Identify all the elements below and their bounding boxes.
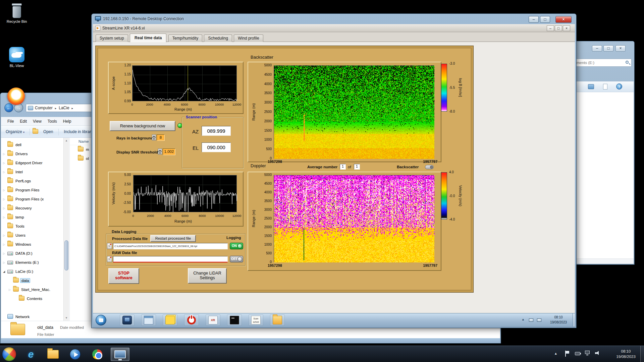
expander-icon[interactable]: ▷ [9,285,13,294]
backscatter-toggle[interactable] [425,165,434,169]
scrollbar-thumb[interactable] [64,240,68,270]
tree-item[interactable]: ▷temp [1,213,63,222]
taskbar-app-explorer[interactable] [44,348,62,361]
expander-icon[interactable]: ▷ [3,159,7,168]
processed-logging-toggle[interactable]: ON [230,243,243,249]
open-button[interactable]: Open [41,129,56,134]
expander-icon[interactable]: ◢ [3,267,7,276]
renew-background-button[interactable]: Renew background now [110,121,175,131]
tree-scrollbar[interactable]: ▲ ▼ [63,138,69,321]
tree-item[interactable]: Network [1,312,63,321]
snr-value-field[interactable]: 1.002 [163,148,175,155]
change-view-button[interactable] [588,84,594,89]
remote-taskbar-icon-sticky-notes[interactable] [163,314,177,326]
taskbar-app-internet-explorer[interactable]: e [21,348,40,361]
menu-item-edit[interactable]: Edit [17,119,30,124]
taskbar-app-remote-desktop[interactable] [111,348,129,361]
expander-icon[interactable]: ▷ [3,149,7,159]
snr-spinner[interactable] [158,148,162,155]
browser-logo-icon[interactable] [7,87,25,105]
menu-item-help[interactable]: Help [60,119,74,124]
tab-wind-profile[interactable]: Wind profile [234,35,263,42]
remote-taskbar-icon-power-off[interactable] [184,314,199,326]
az-field[interactable]: 089.999 [202,126,231,136]
tree-item[interactable]: ▷Edgeport Driver [1,159,63,168]
maximize-button[interactable]: □ [540,16,550,23]
tray-expand-icon[interactable]: ▲ [554,352,557,355]
desktop-icon-recycle-bin[interactable]: Recycle Bin [1,3,33,23]
remote-taskbar-icon-file-folder[interactable] [270,314,285,326]
scroll-down-icon[interactable]: ▼ [64,315,69,321]
volume-icon[interactable] [537,318,541,322]
tree-item[interactable]: ▷Start_Here_Mac. [1,285,63,294]
minimize-button[interactable]: – [547,25,554,31]
organize-button[interactable]: Organize ▾ [3,129,27,134]
maximize-button[interactable]: □ [603,45,613,52]
action-center-flag-icon[interactable] [565,351,570,357]
remote-clock[interactable]: 08:1019/08/2023 [545,315,572,325]
taskbar-app-chrome[interactable] [88,348,107,361]
network-icon[interactable] [529,318,533,322]
remote-taskbar-icon-xr-shortcut[interactable]: XR [206,314,220,326]
expander-icon[interactable]: ▷ [3,186,7,195]
expander-icon[interactable]: ▷ [3,168,7,177]
desktop-icon-bl-view[interactable]: BL-View [1,47,33,68]
expander-icon[interactable]: ▷ [3,258,7,267]
tray-expand-icon[interactable]: ▲ [522,318,525,321]
labview-titlebar[interactable]: StreamLine XR v14-6.vi [93,24,575,32]
expander-icon[interactable]: ▷ [3,213,7,222]
restart-processed-file-button[interactable]: Restart processed file [150,235,196,242]
processed-path-field[interactable]: C:\LiDAR\Data\Proc\2023\202308\20230819\… [113,243,228,249]
restore-button[interactable]: □ [555,25,562,31]
taskbar-clock[interactable]: 08:1019/08/2023 [611,349,641,359]
tab-temp-humidity[interactable]: Temp/humidity [168,35,202,42]
tab-scheduling[interactable]: Scheduling [204,35,232,42]
remote-taskbar-icon-labview-app[interactable] [120,314,135,326]
minimize-button[interactable]: – [529,16,539,23]
tree-item[interactable]: dell [1,140,63,149]
menu-item-tools[interactable]: Tools [45,119,60,124]
menu-item-view[interactable]: View [30,119,45,124]
average-total-field[interactable]: 1 [354,164,360,170]
tree-item[interactable]: ▷Elements (E:) [1,258,63,267]
taskbar-app-media-player[interactable] [66,348,85,361]
el-field[interactable]: 090.000 [202,142,231,152]
tree-item[interactable]: data [1,276,63,285]
show-desktop-button[interactable] [573,313,575,326]
average-value-field[interactable]: 1 [340,164,346,170]
rays-spinner[interactable] [152,134,156,141]
close-button[interactable]: × [563,25,570,31]
close-button[interactable]: × [615,45,626,52]
network-icon[interactable] [585,351,590,355]
preview-pane-button[interactable] [603,84,607,89]
breadcrumb-segment-computer[interactable]: Computer [35,106,53,110]
expander-icon[interactable]: ▷ [3,240,7,249]
volume-icon[interactable] [595,351,600,355]
tree-item[interactable]: Tools [1,222,63,231]
change-lidar-settings-button[interactable]: Change LiDARSettings [188,268,227,284]
minimize-button[interactable]: – [592,45,602,52]
remote-start-button[interactable] [96,315,106,325]
close-button[interactable]: × [555,16,572,23]
tree-item[interactable]: ▷Users [1,231,63,240]
tree-item[interactable]: ▷Windows [1,240,63,249]
remote-taskbar-icon-remote-viewer[interactable] [141,314,156,326]
tree-item[interactable]: PerfLogs [1,177,63,186]
expander-icon[interactable]: ▷ [3,249,7,258]
remote-taskbar-icon-scan-scheduler[interactable]: Scan sched [249,314,263,326]
remote-taskbar-icon-command-prompt[interactable] [227,314,242,326]
stop-software-button[interactable]: STOPsoftware [108,268,139,284]
tab-real-time-data[interactable]: Real time data [130,34,166,42]
expander-icon[interactable]: ▷ [3,195,7,204]
tree-item[interactable]: ▷DATA (D:) [1,249,63,258]
search-input[interactable]: ments (E:) [574,59,632,67]
breadcrumb-segment-lacie[interactable]: LaCie [59,106,69,110]
tab-system-setup[interactable]: System setup [96,35,128,42]
start-button[interactable] [2,347,16,361]
tree-item[interactable]: ▷Program Files [1,186,63,195]
show-desktop-button[interactable] [640,346,644,362]
menu-item-file[interactable]: File [4,119,17,124]
expander-icon[interactable]: ▷ [3,204,7,213]
tree-item[interactable]: ▷Intel [1,168,63,177]
scroll-up-icon[interactable]: ▲ [64,138,69,143]
